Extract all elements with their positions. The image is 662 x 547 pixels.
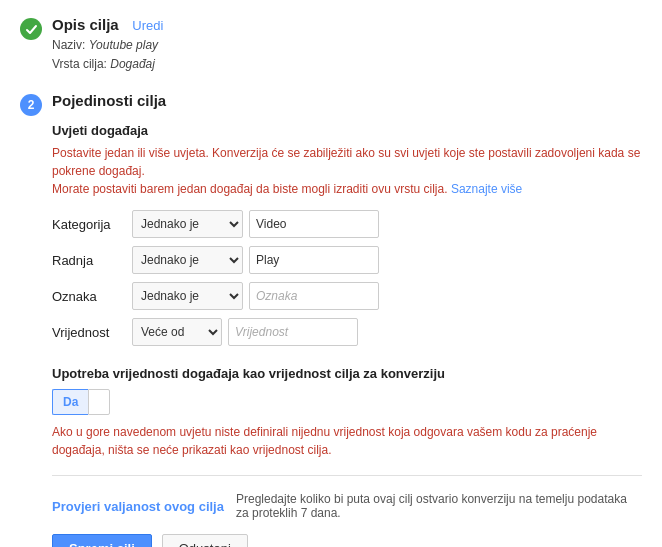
toggle-da-button[interactable]: Da — [52, 389, 88, 415]
label-vrijednost: Vrijednost — [52, 325, 132, 340]
button-row: Spremi cilj Odustani — [52, 534, 642, 547]
section-2: 2 Pojedinosti cilja Uvjeti događaja Post… — [20, 92, 642, 547]
section-1: Opis cilja Uredi Naziv: Youtube play Vrs… — [20, 16, 642, 74]
section-1-title-row: Opis cilja Uredi — [52, 16, 163, 33]
input-oznaka[interactable] — [249, 282, 379, 310]
type-label: Vrsta cilja: — [52, 57, 107, 71]
event-conditions-title: Uvjeti događaja — [52, 123, 642, 138]
event-description: Postavite jedan ili više uvjeta. Konverz… — [52, 144, 642, 198]
label-radnja: Radnja — [52, 253, 132, 268]
validate-link[interactable]: Provjeri valjanost ovog cilja — [52, 499, 224, 514]
conversion-value-section: Upotreba vrijednosti događaja kao vrijed… — [52, 366, 642, 459]
toggle-row: Da — [52, 389, 642, 415]
validate-description: Pregledajte koliko bi puta ovaj cilj ost… — [236, 492, 642, 520]
name-value: Youtube play — [89, 38, 158, 52]
form-row-kategorija: Kategorija Jednako je Sadrži Regularni i… — [52, 210, 642, 238]
toggle-ne-button[interactable] — [88, 389, 110, 415]
section-2-content: Pojedinosti cilja Uvjeti događaja Postav… — [52, 92, 642, 547]
save-button[interactable]: Spremi cilj — [52, 534, 152, 547]
select-vrijednost[interactable]: Veće od Manje od Jednako je — [132, 318, 222, 346]
section-1-title: Opis cilja — [52, 16, 119, 33]
edit-link[interactable]: Uredi — [132, 18, 163, 33]
form-row-vrijednost: Vrijednost Veće od Manje od Jednako je — [52, 318, 642, 346]
step-1-complete-icon — [20, 18, 42, 40]
description-part2: Morate postaviti barem jedan događaj da … — [52, 182, 448, 196]
event-conditions-form: Kategorija Jednako je Sadrži Regularni i… — [52, 210, 642, 346]
validate-row: Provjeri valjanost ovog cilja Pregledajt… — [52, 492, 642, 520]
conversion-note: Ako u gore navedenom uvjetu niste defini… — [52, 423, 632, 459]
conversion-value-title: Upotreba vrijednosti događaja kao vrijed… — [52, 366, 642, 381]
cancel-button[interactable]: Odustani — [162, 534, 248, 547]
goal-meta: Naziv: Youtube play Vrsta cilja: Događaj — [52, 36, 163, 74]
form-row-oznaka: Oznaka Jednako je Sadrži Regularni izraz — [52, 282, 642, 310]
name-label: Naziv: — [52, 38, 85, 52]
step-2-icon: 2 — [20, 94, 42, 116]
input-vrijednost[interactable] — [228, 318, 358, 346]
divider — [52, 475, 642, 476]
event-conditions: Uvjeti događaja Postavite jedan ili više… — [52, 123, 642, 346]
form-row-radnja: Radnja Jednako je Sadrži Regularni izraz — [52, 246, 642, 274]
label-kategorija: Kategorija — [52, 217, 132, 232]
type-value: Događaj — [110, 57, 155, 71]
input-radnja[interactable] — [249, 246, 379, 274]
description-part1: Postavite jedan ili više uvjeta. Konverz… — [52, 146, 640, 178]
select-oznaka[interactable]: Jednako je Sadrži Regularni izraz — [132, 282, 243, 310]
learn-more-link[interactable]: Saznajte više — [451, 182, 522, 196]
select-radnja[interactable]: Jednako je Sadrži Regularni izraz — [132, 246, 243, 274]
label-oznaka: Oznaka — [52, 289, 132, 304]
select-kategorija[interactable]: Jednako je Sadrži Regularni izraz — [132, 210, 243, 238]
section-2-title: Pojedinosti cilja — [52, 92, 642, 109]
toggle-button[interactable]: Da — [52, 389, 110, 415]
section-1-content: Opis cilja Uredi Naziv: Youtube play Vrs… — [52, 16, 163, 74]
input-kategorija[interactable] — [249, 210, 379, 238]
